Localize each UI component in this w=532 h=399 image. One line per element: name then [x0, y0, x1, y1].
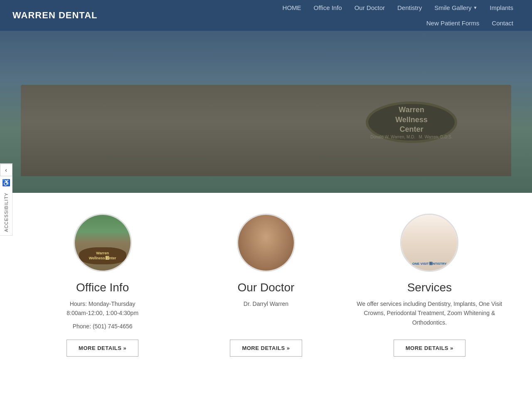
card-services: Services We offer services including Den… — [357, 214, 502, 357]
our-doctor-subtitle: Dr. Darryl Warren — [244, 299, 288, 308]
nav-row-top: HOME Office Info Our Doctor Dentistry Sm… — [276, 0, 520, 15]
nav-row-bottom: New Patient Forms Contact — [420, 15, 520, 31]
navigation: WARREN DENTAL HOME Office Info Our Docto… — [0, 0, 532, 31]
accessibility-label: ACCESSIBILITY — [2, 189, 10, 235]
office-info-title: Office Info — [76, 281, 129, 294]
hero-overlay — [0, 31, 532, 193]
nav-smile-gallery[interactable]: Smile Gallery ▼ — [428, 0, 483, 15]
office-info-phone: Phone: (501) 745-4656 — [73, 323, 133, 330]
card-office-info: Office Info Hours: Monday-Thursday 8:00a… — [30, 214, 175, 357]
accessibility-bar: ‹ ♿ ACCESSIBILITY — [0, 163, 12, 236]
services-img — [401, 215, 457, 271]
cards-section: Office Info Hours: Monday-Thursday 8:00a… — [0, 193, 532, 382]
our-doctor-title: Our Doctor — [238, 281, 295, 294]
doctor-face-img — [238, 215, 294, 271]
services-avatar — [400, 214, 458, 272]
nav-home[interactable]: HOME — [276, 0, 308, 15]
doctor-avatar — [237, 214, 295, 272]
footer-title-section: Warren Dental — [0, 382, 532, 399]
nav-contact[interactable]: Contact — [485, 15, 520, 31]
card-our-doctor: Our Doctor Dr. Darryl Warren MORE DETAIL… — [193, 214, 339, 357]
office-info-hours: Hours: Monday-Thursday 8:00am-12:00, 1:0… — [66, 299, 138, 318]
office-info-details-button[interactable]: MORE DETAILS » — [66, 340, 138, 357]
our-doctor-details-button[interactable]: MORE DETAILS » — [230, 340, 302, 357]
accessibility-icon: ♿ — [2, 176, 10, 189]
nav-implants[interactable]: Implants — [483, 0, 520, 15]
services-body: We offer services including Dentistry, I… — [357, 299, 502, 327]
nav-office-info[interactable]: Office Info — [308, 0, 348, 15]
office-img — [75, 215, 131, 271]
hero-banner: WarrenWellnessCenter Donald W. Warren, M… — [0, 31, 532, 193]
office-info-avatar — [74, 214, 132, 272]
accessibility-toggle[interactable]: ‹ — [0, 164, 12, 176]
services-title: Services — [407, 281, 452, 294]
brand-logo[interactable]: WARREN DENTAL — [12, 10, 97, 21]
nav-rows: HOME Office Info Our Doctor Dentistry Sm… — [110, 0, 520, 31]
chevron-down-icon: ▼ — [473, 5, 477, 10]
nav-our-doctor[interactable]: Our Doctor — [348, 0, 391, 15]
nav-new-patient-forms[interactable]: New Patient Forms — [420, 15, 486, 31]
services-details-button[interactable]: MORE DETAILS » — [394, 340, 466, 357]
nav-dentistry[interactable]: Dentistry — [391, 0, 428, 15]
